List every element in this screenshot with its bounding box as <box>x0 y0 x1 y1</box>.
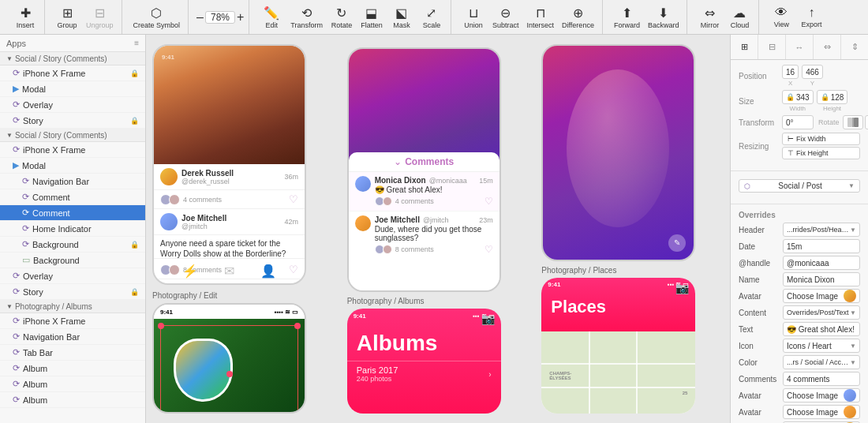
spacing-icon[interactable]: ↔ <box>786 35 814 59</box>
fix-width-option[interactable]: ⊢ Fix Width <box>782 133 860 145</box>
override-avatar-val[interactable]: Choose Image <box>783 289 860 303</box>
map-road-h1 <box>541 363 695 365</box>
transform-button[interactable]: ⟲ Transform <box>287 4 326 31</box>
position-x-input[interactable]: 16 <box>782 65 799 79</box>
difference-button[interactable]: ⊕ Difference <box>559 4 597 31</box>
create-symbol-button[interactable]: ⬡ Create Symbol <box>130 4 184 31</box>
comments-count-1: 4 comments <box>183 196 222 204</box>
flip-v-button[interactable] <box>865 115 868 129</box>
sidebar-item-iphone-x-frame-3[interactable]: ⟳ iPhone X Frame <box>0 313 145 329</box>
override-color-val[interactable]: ...rs / Social / Accent ▼ <box>783 355 860 369</box>
comment2-avatar <box>355 215 371 231</box>
sidebar-item-album-3[interactable]: ⟳ Album <box>0 392 145 408</box>
sidebar-item-comment-1[interactable]: ⟳ Comment <box>0 189 145 205</box>
mirror-cloud-group: ⇔ Mirror ☁ Cloud <box>690 0 759 34</box>
sidebar-section-3[interactable]: ▼ Photography / Albums <box>0 300 145 313</box>
center-handle[interactable] <box>226 371 233 377</box>
group-button[interactable]: ⊞ Group <box>53 4 81 31</box>
size-w-input[interactable]: 🔒 343 <box>782 90 814 104</box>
override-icon-val[interactable]: Icons / Heart ▼ <box>783 339 860 353</box>
camera-icon-places[interactable]: 📷 <box>675 282 689 294</box>
symbol-dropdown[interactable]: ⬡ Social / Post ▼ <box>739 179 860 193</box>
mask-button[interactable]: ⬕ Mask <box>387 4 416 31</box>
action-like-icon[interactable]: ⚡ <box>182 264 198 279</box>
flatten-button[interactable]: ⬓ Flatten <box>357 4 386 31</box>
override-header-val[interactable]: ...rrides/Post/Header ▼ <box>783 223 860 237</box>
size-h-input[interactable]: 🔒 128 <box>817 90 848 104</box>
mirror-button[interactable]: ⇔ Mirror <box>695 4 724 31</box>
sidebar-toggle[interactable]: ≡ <box>134 39 139 47</box>
override-date-val[interactable]: 15m <box>783 239 860 253</box>
override-name-val[interactable]: Monica Dixon <box>783 272 860 286</box>
export-button[interactable]: ↑ Export <box>797 4 825 30</box>
override-avatar2-val[interactable]: Choose Image <box>783 388 860 402</box>
flip-h-button[interactable] <box>843 115 863 129</box>
sidebar-item-story-1[interactable]: ⟳ Story 🔒 <box>0 113 145 129</box>
zoom-out-button[interactable]: – <box>196 10 204 24</box>
align-h-icon[interactable]: ⇔ <box>814 35 841 59</box>
intersect-button[interactable]: ⊓ Intersect <box>524 4 558 31</box>
zoom-in-button[interactable]: + <box>237 10 244 24</box>
rotate-input[interactable]: 0° <box>782 115 814 129</box>
comment2-heart[interactable]: ♡ <box>485 244 493 255</box>
override-handle-val[interactable]: @monicaaa <box>783 256 860 270</box>
sidebar-item-iphone-x-frame-2[interactable]: ⟳ iPhone X Frame <box>0 142 145 158</box>
sidebar-item-home-indicator[interactable]: ⟳ Home Indicator <box>0 221 145 237</box>
comment1-handle: @monicaaa <box>429 177 467 185</box>
subtract-button[interactable]: ⊖ Subtract <box>489 4 522 31</box>
forward-button[interactable]: ⬆ Forward <box>611 4 643 31</box>
sidebar-item-background-1[interactable]: ⟳ Background 🔒 <box>0 237 145 253</box>
size-row: Size 🔒 343 Width 🔒 128 H <box>739 90 860 112</box>
symbol-icon-10: ⟳ <box>13 271 20 281</box>
camera-icon-albums[interactable]: 📷 <box>481 313 495 325</box>
sidebar-item-overlay-2[interactable]: ⟳ Overlay <box>0 268 145 284</box>
sidebar-item-background-rect[interactable]: ▭ Background <box>0 253 145 268</box>
sidebar-section-1[interactable]: ▼ Social / Story (Comments) <box>0 52 145 66</box>
heart-icon-1[interactable]: ♡ <box>289 193 298 205</box>
sidebar-item-album-1[interactable]: ⟳ Album <box>0 361 145 376</box>
insert-button[interactable]: ✚ Insert <box>11 4 39 31</box>
sidebar-item-overlay-1[interactable]: ⟳ Overlay <box>0 97 145 113</box>
sidebar-item-modal-1[interactable]: ▶ Modal <box>0 81 145 97</box>
corner-tr[interactable] <box>294 323 301 329</box>
override-text-val[interactable]: 😎 Great shot Alex! <box>783 322 860 336</box>
sidebar-item-nav-bar-2[interactable]: ⟳ Navigation Bar <box>0 329 145 345</box>
ungroup-button[interactable]: ⊟ Ungroup <box>83 4 117 31</box>
chevron-down-icon[interactable]: ⌄ <box>394 156 402 167</box>
comment1-heart[interactable]: ♡ <box>485 196 493 207</box>
override-avatar3-val[interactable]: Choose Image <box>783 405 860 419</box>
fix-height-option[interactable]: ⊤ Fix Height <box>782 147 860 159</box>
comment2-name: Joe Mitchell <box>375 215 420 224</box>
view-button[interactable]: 👁 View <box>767 4 795 30</box>
sidebar-item-nav-bar[interactable]: ⟳ Navigation Bar <box>0 174 145 189</box>
override-content-val[interactable]: Overrides/Post/Text ▼ <box>783 305 860 320</box>
sidebar-item-iphone-x-frame-1[interactable]: ⟳ iPhone X Frame 🔒 <box>0 66 145 81</box>
scale-button[interactable]: ⤢ Scale <box>417 4 446 31</box>
sidebar-item-modal-2[interactable]: ▶ Modal <box>0 158 145 174</box>
corner-tl[interactable] <box>158 323 164 329</box>
album-item-1[interactable]: Paris 2017 240 photos › <box>347 361 501 387</box>
action-message-icon[interactable]: ✉ <box>224 264 234 279</box>
symbol-section: ⬡ Social / Post ▼ <box>731 174 868 200</box>
sidebar-item-tab-bar[interactable]: ⟳ Tab Bar <box>0 345 145 361</box>
sidebar-section-2[interactable]: ▼ Social / Story (Comments) <box>0 129 145 142</box>
union-button[interactable]: ⊔ Union <box>459 4 488 31</box>
c2-mini-av2 <box>383 245 392 254</box>
position-y-input[interactable]: 466 <box>802 65 823 79</box>
comment2-count: 8 comments <box>395 245 434 253</box>
cloud-button[interactable]: ☁ Cloud <box>725 4 754 31</box>
action-share-icon[interactable]: 👤 <box>260 264 276 279</box>
distribute-icon[interactable]: ⊟ <box>758 35 786 59</box>
portrait-edit-icon[interactable]: ✎ <box>668 234 686 252</box>
override-comments-val[interactable]: 4 comments <box>783 372 860 386</box>
sidebar-item-comment-2-active[interactable]: ⟳ Comment <box>0 205 145 221</box>
zoom-value[interactable]: 78% <box>205 11 235 24</box>
edit-button[interactable]: ✏️ Edit <box>257 4 286 31</box>
align-v-icon[interactable]: ⇕ <box>841 35 868 59</box>
rotate-button[interactable]: ↻ Rotate <box>327 4 356 31</box>
backward-button[interactable]: ⬇ Backward <box>645 4 683 31</box>
status-bar-edit: 9:41 ▪▪▪▪ ≋ ▭ <box>154 305 305 319</box>
sidebar-item-album-2[interactable]: ⟳ Album <box>0 376 145 392</box>
align-icon[interactable]: ⊞ <box>731 35 758 59</box>
sidebar-item-story-2[interactable]: ⟳ Story 🔒 <box>0 284 145 300</box>
